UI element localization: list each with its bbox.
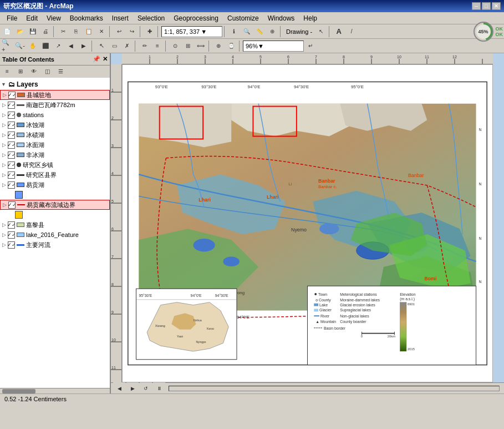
- toc-list-options[interactable]: ☰: [54, 65, 67, 78]
- zoom-in-fixed[interactable]: ↗: [52, 40, 64, 52]
- sep5: [224, 26, 226, 37]
- layer-row-rivers[interactable]: ▷ ✓ 主要河流: [0, 240, 110, 250]
- layer-check-7[interactable]: ✓: [8, 152, 15, 159]
- zoom-apply-btn[interactable]: ↵: [304, 40, 317, 52]
- layer-row-stations[interactable]: ▷ ✓ stations: [0, 110, 110, 120]
- menu-windows[interactable]: Windows: [263, 13, 299, 23]
- identify-button[interactable]: ℹ: [228, 26, 240, 38]
- layer-check-2[interactable]: ✓: [8, 102, 15, 109]
- zoom-percent-input[interactable]: 96% ▼: [243, 41, 304, 52]
- scalebar-btn[interactable]: ⟺: [195, 40, 207, 52]
- layer-row-feibing[interactable]: ▷ ✓ 非冰湖: [0, 150, 110, 160]
- map-next-btn[interactable]: ▶: [126, 382, 139, 394]
- layer-row-yigong-liuyu[interactable]: ▷ ✓ 易贡藏布流域边界: [0, 200, 110, 210]
- magnifier-btn[interactable]: ⊙: [169, 40, 181, 52]
- redo-button[interactable]: ↪: [126, 26, 138, 38]
- delete-button[interactable]: ✕: [95, 26, 108, 38]
- save-button[interactable]: 💾: [27, 26, 39, 38]
- select-elements-button[interactable]: ↖: [315, 26, 327, 38]
- measure-button[interactable]: 📏: [253, 26, 266, 38]
- fwd-extent[interactable]: ▶: [78, 40, 90, 52]
- layer-row-yigong-hu[interactable]: ▷ ✓ 易贡湖: [0, 180, 110, 190]
- overview-btn[interactable]: ⊞: [182, 40, 194, 52]
- ruler-top: 1 2 3 4 5 6 7 8 9 10 11: [122, 53, 493, 64]
- toc-list-by-drawing[interactable]: ≡: [1, 65, 13, 78]
- paste-button[interactable]: 📋: [83, 26, 95, 38]
- toc-close-icon[interactable]: ✕: [103, 55, 108, 63]
- toc-content[interactable]: ▼ 🗂 Layers ▷ ✓ 县城驻地 ▷ ✓ 南迦巴瓦峰7782m ▷: [0, 78, 110, 388]
- attribute-btn[interactable]: ≡: [151, 40, 164, 52]
- go-to-xy-btn2[interactable]: ⊕: [212, 40, 225, 52]
- map-refresh-btn[interactable]: ↺: [140, 382, 152, 394]
- layer-check-14[interactable]: ✓: [8, 241, 15, 249]
- svg-text:Elevation: Elevation: [400, 292, 415, 296]
- layer-check-10[interactable]: ✓: [8, 181, 15, 189]
- toc-scrollbar-thumb[interactable]: [2, 389, 35, 393]
- layer-row-bingmian[interactable]: ▷ ✓ 冰面湖: [0, 140, 110, 150]
- find-button[interactable]: 🔍: [241, 26, 253, 38]
- clear-selection-btn[interactable]: ✗: [121, 40, 133, 52]
- menu-bookmarks[interactable]: Bookmarks: [65, 13, 108, 23]
- menu-geoprocessing[interactable]: Geoprocessing: [169, 13, 223, 23]
- goto-xy-button[interactable]: ⊕: [266, 26, 278, 38]
- layer-check-13[interactable]: ✓: [8, 231, 15, 239]
- undo-button[interactable]: ↩: [113, 26, 125, 38]
- new-button[interactable]: 📄: [1, 26, 13, 38]
- toc-list-by-selection[interactable]: ◫: [41, 65, 53, 78]
- add-data-button[interactable]: ✚: [144, 26, 156, 38]
- layer-row-jiali[interactable]: ▷ ✓ 嘉黎县: [0, 220, 110, 230]
- layer-row-xian-cheng[interactable]: ▷ ✓ 县城驻地: [0, 90, 110, 100]
- menu-help[interactable]: Help: [299, 13, 322, 23]
- map-pause-btn[interactable]: ⏸: [153, 382, 165, 394]
- copy-button[interactable]: ⎘: [70, 26, 82, 38]
- layer-check-8[interactable]: ✓: [8, 161, 15, 169]
- layer-check-12[interactable]: ✓: [8, 221, 15, 229]
- full-extent-button[interactable]: ⬛: [39, 40, 52, 52]
- toc-list-by-visibility[interactable]: 👁: [28, 65, 40, 78]
- zoom-in-button[interactable]: 🔍+: [1, 40, 13, 52]
- layer-check-4[interactable]: ✓: [8, 122, 15, 129]
- pan-button[interactable]: ✋: [27, 40, 39, 52]
- cut-button[interactable]: ✂: [57, 26, 69, 38]
- layer-row-lake2016[interactable]: ▷ ✓ lake_2016_Feature: [0, 230, 110, 240]
- layer-check-1[interactable]: ✓: [8, 92, 16, 99]
- toc-scrollbar[interactable]: [0, 388, 110, 393]
- menu-view[interactable]: View: [42, 13, 65, 23]
- print-button[interactable]: 🖨: [39, 26, 52, 38]
- layer-row-yanjiuqu-xian[interactable]: ▷ ✓ 研究区县界: [0, 170, 110, 180]
- draw-line-btn[interactable]: /: [345, 26, 358, 38]
- text-btn[interactable]: A: [333, 26, 345, 38]
- map-area[interactable]: 1 2 3 4 5 6 7 8 9 10 11: [111, 53, 504, 393]
- layer-row-yanjiuqu-xiang[interactable]: ▷ ✓ 研究区乡镇: [0, 160, 110, 170]
- back-extent[interactable]: ◀: [65, 40, 77, 52]
- open-button[interactable]: 📂: [14, 26, 26, 38]
- select-features-btn[interactable]: ↖: [95, 40, 108, 52]
- layer-check-9[interactable]: ✓: [8, 171, 15, 179]
- zoom-out-button[interactable]: 🔍-: [14, 40, 26, 52]
- toc-pin-icon[interactable]: 📌: [93, 55, 100, 63]
- maximize-button[interactable]: □: [482, 2, 491, 10]
- layers-root[interactable]: ▼ 🗂 Layers: [0, 79, 110, 90]
- editor-btn[interactable]: ✏: [139, 40, 151, 52]
- layer-check-5[interactable]: ✓: [8, 132, 15, 139]
- menu-file[interactable]: File: [2, 13, 22, 23]
- layer-row-bingji[interactable]: ▷ ✓ 冰碛湖: [0, 130, 110, 140]
- layer-check-3[interactable]: ✓: [8, 112, 15, 119]
- menu-insert[interactable]: Insert: [108, 13, 133, 23]
- menu-customize[interactable]: Customize: [223, 13, 263, 23]
- map-content[interactable]: 93°0'E 93°30'E 94°0'E 94°30'E 95°0'E 93°…: [122, 64, 493, 382]
- map-scrollbar-horiz[interactable]: [169, 386, 500, 391]
- layer-row-peak[interactable]: ▷ ✓ 南迦巴瓦峰7782m: [0, 100, 110, 110]
- map-prev-btn[interactable]: ◀: [113, 382, 125, 394]
- toc-list-by-source[interactable]: ⊞: [14, 65, 27, 78]
- layer-check-6[interactable]: ✓: [8, 142, 15, 149]
- scale-input[interactable]: 1:1, 857, 337 ▼: [161, 26, 222, 37]
- menu-edit[interactable]: Edit: [22, 13, 42, 23]
- time-btn[interactable]: ⌚: [225, 40, 237, 52]
- minimize-button[interactable]: ─: [472, 2, 481, 10]
- layer-check-11[interactable]: ✓: [8, 201, 16, 209]
- layer-row-bingshu[interactable]: ▷ ✓ 冰蚀湖: [0, 120, 110, 130]
- menu-selection[interactable]: Selection: [133, 13, 169, 23]
- select-by-rect[interactable]: ▭: [108, 40, 120, 52]
- close-button[interactable]: ✕: [492, 2, 501, 10]
